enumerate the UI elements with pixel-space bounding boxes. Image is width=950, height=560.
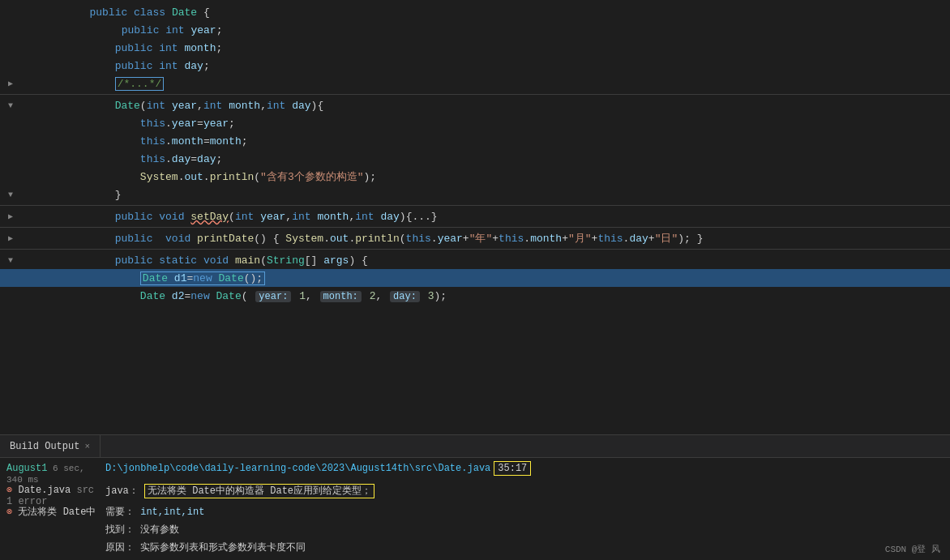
reason-value: 实际参数列表和形式参数列表卡度不同: [140, 542, 306, 554]
panel-row-error: ⊗ Date.java src 1 error java： 无法将类 Date中…: [0, 482, 950, 503]
fold-icon-main[interactable]: ▼: [8, 256, 13, 265]
found-value: 没有参数: [140, 524, 179, 536]
found-label: 找到：: [105, 524, 135, 536]
code-content: public class Date { public int year; pub…: [0, 0, 950, 434]
panel-main-error: java： 无法将类 Date中的构造器 Date应用到给定类型；: [105, 483, 950, 498]
editor-area: public class Date { public int year; pub…: [0, 0, 950, 434]
required-label: 需要：: [105, 507, 135, 518]
fold-icon-constructor[interactable]: ▼: [8, 101, 13, 110]
fold-icon-close[interactable]: ▼: [8, 190, 13, 199]
csdn-label: CSDN @登 风: [885, 545, 940, 554]
error-msg-box: 无法将类 Date中的构造器 Date应用到给定类型；: [144, 484, 374, 498]
panel-main-required: 需要： int,int,int: [105, 504, 950, 519]
file-name-label: Date.java: [18, 485, 71, 496]
fold-icon-printdate[interactable]: ▶: [8, 233, 13, 243]
code-text: Date d2=new Date( year: 1, month: 2, day…: [39, 278, 950, 314]
build-output-tab[interactable]: Build Output ×: [0, 435, 101, 458]
panel-entry-label: ⊗ 无法将类 Date中: [0, 504, 105, 519]
error-label: java：: [105, 485, 139, 497]
panel-main-found: 找到： 没有参数: [105, 522, 950, 537]
panel-reason-left: [0, 540, 105, 541]
build-output-tab-label: Build Output: [10, 441, 79, 452]
fold-icon-setday[interactable]: ▶: [8, 212, 13, 221]
panel-row-reason: 原因： 实际参数列表和形式参数列表卡度不同: [0, 539, 950, 557]
code-line: Date d2=new Date( year: 1, month: 2, day…: [0, 287, 950, 305]
file-path: D:\jonbhelp\code\daily-learning-code\202…: [105, 463, 490, 474]
error-icon: ⊗: [6, 485, 12, 496]
required-types: int,int,int: [140, 507, 204, 518]
panel-row-entry: ⊗ 无法将类 Date中 需要： int,int,int: [0, 503, 950, 521]
run-name: August1: [6, 463, 47, 474]
panel-content: August1 6 sec, 340 ms D:\jonbhelp\code\d…: [0, 458, 950, 560]
panel-main-path: D:\jonbhelp\code\daily-learning-code\202…: [105, 462, 950, 475]
error-entry-text: 无法将类 Date中: [18, 507, 96, 518]
panel-tab-bar: Build Output ×: [0, 435, 950, 458]
panel-row-found: 找到： 没有参数: [0, 521, 950, 539]
close-tab-button[interactable]: ×: [84, 442, 90, 451]
panel-row-timing: August1 6 sec, 340 ms D:\jonbhelp\code\d…: [0, 461, 950, 482]
build-output-panel: Build Output × August1 6 sec, 340 ms D:\…: [0, 434, 950, 560]
fold-icon[interactable]: ▶: [8, 79, 13, 88]
panel-found-left: [0, 522, 105, 524]
reason-label: 原因：: [105, 542, 135, 554]
csdn-footer: CSDN @登 风: [885, 543, 940, 555]
line-col-indicator: 35:17: [494, 461, 531, 476]
error-icon-2: ⊗: [6, 507, 12, 518]
panel-main-reason: 原因： 实际参数列表和形式参数列表卡度不同: [105, 540, 950, 555]
